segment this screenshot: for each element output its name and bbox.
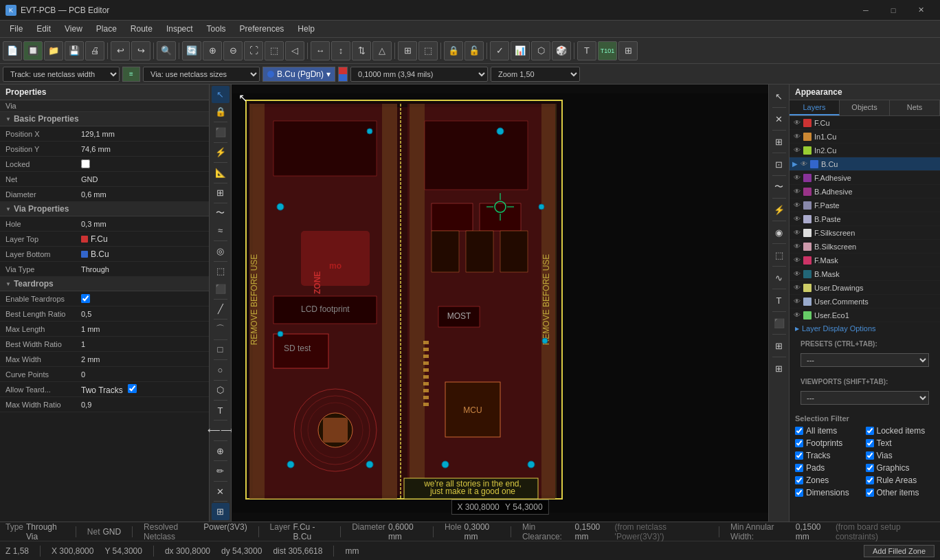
search-button[interactable]: 🔍 [157, 41, 176, 60]
undo-button[interactable]: ↩ [111, 41, 130, 60]
right-tool-10[interactable]: T [770, 291, 788, 309]
line-tool[interactable]: ╱ [212, 301, 230, 318]
layer-bcu[interactable]: ▶ 👁 B.Cu [790, 157, 940, 171]
flip-button[interactable]: ⇅ [352, 41, 371, 60]
save-button[interactable]: 💾 [65, 41, 84, 60]
layer-toggle-tool[interactable]: ⊞ [212, 503, 230, 520]
zoom-out-button[interactable]: ⊖ [223, 41, 243, 60]
tab-layers[interactable]: Layers [790, 100, 840, 115]
menu-edit[interactable]: Edit [30, 23, 58, 35]
mirror-x-button[interactable]: ↔ [311, 41, 330, 60]
dim-tool[interactable]: ⟵⟶ [212, 422, 230, 439]
layer-fsilkscreen[interactable]: 👁 F.Silkscreen [790, 226, 940, 240]
minimize-button[interactable]: ─ [852, 0, 880, 21]
zoom-fit-button[interactable]: ⛶ [244, 41, 263, 60]
3d-button[interactable]: 🎲 [552, 41, 571, 60]
setup-button[interactable]: T101 [598, 41, 617, 60]
zone-tool[interactable]: ⬚ [212, 262, 230, 280]
right-tool-4[interactable]: ⊡ [770, 155, 788, 173]
open-board-button[interactable]: 🔲 [23, 41, 43, 60]
menu-file[interactable]: File [3, 23, 30, 35]
presets-select[interactable]: --- [801, 353, 929, 367]
via-props-header[interactable]: Via Properties [0, 202, 209, 216]
allow-teard-checkbox[interactable] [128, 384, 137, 393]
menu-place[interactable]: Place [89, 23, 124, 35]
sel-pads[interactable]: Pads [795, 462, 864, 473]
mirror-y-button[interactable]: ↕ [331, 41, 350, 60]
zoom-select[interactable]: Zoom 1,50 [491, 67, 580, 82]
sel-text[interactable]: Text [866, 438, 935, 449]
drc-button[interactable]: ✓ [490, 41, 509, 60]
right-tool-3[interactable]: ⊞ [770, 133, 788, 150]
menu-route[interactable]: Route [124, 23, 159, 35]
menu-view[interactable]: View [58, 23, 89, 35]
maximize-button[interactable]: □ [880, 0, 907, 21]
locked-checkbox[interactable] [81, 159, 90, 168]
layer-fmask[interactable]: 👁 F.Mask [790, 254, 940, 267]
sel-footprints-cb[interactable] [795, 439, 803, 447]
refresh-netlist-button[interactable]: 🔄 [182, 41, 201, 60]
sel-zones-cb[interactable] [795, 476, 803, 484]
enable-teardrops-checkbox[interactable] [81, 294, 90, 303]
text-button[interactable]: T [577, 41, 596, 60]
rotate-button[interactable]: △ [372, 41, 392, 60]
size-select[interactable]: 0,1000 mm (3,94 mils) [350, 67, 488, 82]
via-size-select[interactable]: Via: use netclass sizes [143, 67, 260, 82]
track-mode-button[interactable]: ≡ [122, 67, 140, 82]
sel-other-items[interactable]: Other items [866, 487, 935, 498]
pad-button[interactable]: ⬡ [531, 41, 550, 60]
measure-tool[interactable]: 📐 [212, 164, 230, 181]
menu-help[interactable]: Help [291, 23, 322, 35]
right-tool-13[interactable]: ⊞ [770, 359, 788, 377]
sel-text-cb[interactable] [866, 439, 874, 447]
sel-locked-items-cb[interactable] [866, 427, 874, 435]
right-tool-7[interactable]: ◉ [770, 223, 788, 241]
layer-badhesive[interactable]: 👁 B.Adhesive [790, 185, 940, 199]
tab-nets[interactable]: Nets [890, 100, 940, 115]
sel-other-items-cb[interactable] [866, 489, 874, 497]
layer-userdrawings[interactable]: 👁 User.Drawings [790, 281, 940, 295]
redo-button[interactable]: ↪ [131, 41, 150, 60]
menu-tools[interactable]: Tools [200, 23, 233, 35]
sel-all-items[interactable]: All items [795, 425, 864, 436]
arc-tool[interactable]: ⌒ [212, 321, 230, 338]
route-tool[interactable]: 〜 [212, 205, 230, 222]
right-tool-6[interactable]: ⚡ [770, 201, 788, 219]
footprint-tool[interactable]: ⊕ [212, 443, 230, 460]
sel-graphics-cb[interactable] [866, 464, 874, 472]
sel-dimensions-cb[interactable] [795, 489, 803, 497]
netinspect-button[interactable]: 📊 [511, 41, 530, 60]
zoom-area-button[interactable]: ⬚ [265, 41, 284, 60]
sel-dimensions[interactable]: Dimensions [795, 487, 864, 498]
measure-button[interactable]: ⊞ [398, 41, 417, 60]
design-rule-button[interactable]: ⬚ [418, 41, 438, 60]
layer-display-options[interactable]: Layer Display Options [790, 322, 940, 335]
via-tool[interactable]: ◎ [212, 243, 230, 260]
right-tool-5[interactable]: 〜 [770, 178, 788, 196]
text-place-tool[interactable]: T [212, 402, 230, 419]
select-tool[interactable]: ↖ [212, 86, 230, 103]
lock-tool[interactable]: 🔒 [212, 104, 230, 121]
highlight-tool[interactable]: ⬛ [212, 124, 230, 141]
sel-rule-areas-cb[interactable] [866, 476, 874, 484]
grid-button[interactable]: ⊞ [618, 41, 638, 60]
diff-route-tool[interactable]: ≈ [212, 223, 230, 240]
right-tool-12[interactable]: ⊞ [770, 337, 788, 355]
menu-preferences[interactable]: Preferences [233, 23, 291, 35]
delete-tool[interactable]: ✕ [212, 483, 230, 500]
sel-zones[interactable]: Zones [795, 475, 864, 486]
right-tool-1[interactable]: ↖ [770, 87, 788, 105]
zoom-prev-button[interactable]: ◁ [285, 41, 304, 60]
print-button[interactable]: 🖨 [85, 41, 104, 60]
track-width-select[interactable]: Track: use netclass width [3, 67, 120, 82]
layer-usereco1[interactable]: 👁 User.Eco1 [790, 309, 940, 322]
right-tool-2[interactable]: ✕ [770, 110, 788, 128]
sel-rule-areas[interactable]: Rule Areas [866, 475, 935, 486]
sel-graphics[interactable]: Graphics [866, 462, 935, 473]
unlock-button[interactable]: 🔓 [465, 41, 484, 60]
tab-objects[interactable]: Objects [840, 100, 890, 115]
circle-tool[interactable]: ○ [212, 361, 230, 379]
new-button[interactable]: 📄 [3, 41, 22, 60]
add-filled-zone-button[interactable]: Add Filled Zone [864, 545, 935, 557]
layer-in2cu[interactable]: 👁 In2.Cu [790, 144, 940, 157]
